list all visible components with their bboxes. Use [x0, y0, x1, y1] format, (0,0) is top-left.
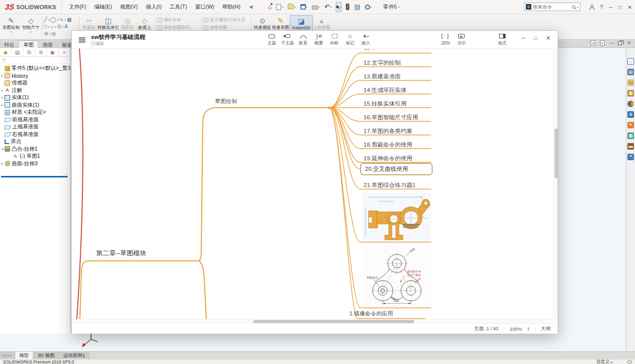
displaymanager-tab-icon[interactable]: ◉	[47, 48, 59, 56]
design-library-icon[interactable]: ▤	[627, 69, 634, 75]
menu-edit[interactable]: 编辑(E)	[95, 4, 112, 11]
next-document-icon[interactable]: ▸	[600, 40, 605, 46]
panel-overflow-icon[interactable]: »	[59, 48, 70, 56]
subtopic-button[interactable]: 子主题	[280, 32, 295, 47]
expand-icon[interactable]: ▸	[0, 162, 5, 166]
zen-button[interactable]: [ ]ZEN	[438, 32, 453, 47]
menu-tools[interactable]: 工具(T)	[169, 4, 187, 11]
menu-insert[interactable]: 插入(I)	[146, 4, 162, 11]
format-button[interactable]: 格式	[494, 32, 510, 47]
expand-icon[interactable]: ▸	[0, 74, 5, 78]
insert-button[interactable]: +▾插入	[358, 32, 374, 47]
dimxpert-tab-icon[interactable]: ⊕	[35, 48, 47, 56]
mirror-entities-button[interactable]: 镜向实体	[157, 17, 200, 23]
tab-motion-study[interactable]: 运动算例1	[59, 352, 89, 359]
configuration-tab-icon[interactable]: ⊞	[23, 48, 35, 56]
relationship-button[interactable]: 联系	[295, 32, 311, 47]
mindmap-item-11-partial[interactable]: 11.…	[364, 49, 377, 51]
user-account-icon[interactable]	[589, 5, 594, 10]
mindmap-item[interactable]: 18.剪裁命令的使用	[364, 141, 413, 149]
featuremanager-tab-icon[interactable]: ◆	[0, 48, 12, 56]
file-explorer-icon[interactable]: ▭	[627, 79, 634, 86]
minimize-icon[interactable]: ─	[609, 5, 612, 10]
chapter-topic[interactable]: 第二章--草图模块	[96, 249, 147, 258]
zoom-stepper-icon[interactable]: ▲▼	[527, 327, 530, 331]
topic-button[interactable]: 主题	[264, 32, 280, 47]
tree-item-annotations[interactable]: ▸A注解	[0, 87, 70, 95]
collapse-icon[interactable]: ▾	[0, 147, 5, 151]
mindmap-image-part-drawing[interactable]	[362, 193, 431, 242]
circle-icon[interactable]: ◯	[51, 17, 56, 22]
menu-view[interactable]: 视图(V)	[120, 4, 138, 11]
undo-button[interactable]: ↶▾	[324, 2, 332, 12]
tree-filter[interactable]: ▽	[0, 57, 70, 64]
line-icon[interactable]: ╱	[44, 17, 47, 22]
mindmap-item-bottom[interactable]: 1.镜像命令的应用	[349, 310, 393, 317]
doc-restore-icon[interactable]	[618, 41, 622, 45]
chat-icon[interactable]: ❝	[627, 154, 634, 160]
outline-button[interactable]: 大纲	[541, 326, 551, 332]
arc-icon[interactable]: ⌣	[51, 24, 54, 30]
pattern-icon[interactable]: ▦	[67, 17, 71, 22]
mindmap-item[interactable]: 14.生成等距实体	[364, 86, 406, 94]
tree-item-solid-bodies[interactable]: ▸实体(1)	[0, 94, 70, 102]
marker-button[interactable]: ☆标记	[342, 32, 358, 47]
mindmap-item[interactable]: 17.草图的各类约束	[364, 127, 413, 135]
tab-scroll-icons[interactable]: «‹›»	[0, 352, 15, 359]
save-button[interactable]: ▾	[300, 2, 308, 12]
tree-item-sketch1[interactable]: ✎(-) 草图1	[0, 153, 70, 160]
horizontal-scrollbar[interactable]	[72, 319, 554, 323]
view-palette-icon[interactable]: ▦	[627, 90, 634, 97]
tree-item-history[interactable]: ▸History	[0, 72, 70, 80]
custom-properties-icon[interactable]: ≣	[627, 111, 634, 118]
sketch-button[interactable]: ✎ 草图绘制▾	[1, 15, 21, 39]
boundary-button[interactable]: 外框	[327, 32, 342, 47]
forum-icon[interactable]: ✎	[627, 122, 634, 128]
stoplight-button[interactable]	[345, 2, 350, 12]
menu-file[interactable]: 文件(F)	[69, 4, 86, 11]
print-button[interactable]: ▾	[311, 2, 321, 12]
mindmap-item[interactable]: 15.转换实体引用	[364, 100, 406, 108]
search-caret-icon[interactable]: ▾	[577, 6, 578, 9]
new-document-button[interactable]: ▾	[276, 2, 284, 12]
home-button[interactable]: ⌂	[267, 2, 273, 12]
expand-icon[interactable]: ▸	[0, 96, 5, 100]
mindmap-canvas[interactable]: 草图绘制 第二章--草图模块 11.… 12.文字的绘制 13.新建基准面 14…	[72, 49, 554, 319]
menu-help[interactable]: 帮助(H)	[222, 4, 241, 11]
resources-home-icon[interactable]: ⌂	[627, 58, 634, 65]
display-delete-relations-button[interactable]: 显示/删除几何关系	[203, 17, 250, 23]
customize-label[interactable]: 自定义	[597, 359, 610, 364]
select-button[interactable]: ▾	[336, 2, 342, 12]
vertical-scrollbar-thumb[interactable]	[555, 128, 558, 178]
visibility-icon[interactable]	[627, 360, 632, 363]
document-title-caret-icon[interactable]: ▾	[398, 6, 400, 9]
tab-model[interactable]: 模型	[15, 352, 33, 359]
tree-item-sensors[interactable]: 传感器	[0, 79, 70, 87]
open-button[interactable]: ▾	[287, 2, 296, 12]
search-input[interactable]	[533, 4, 570, 10]
presentation-button[interactable]: ▶演示	[453, 32, 469, 47]
help-button[interactable]: ?	[600, 5, 603, 10]
tab-3d-views[interactable]: 3D 视图	[33, 352, 59, 359]
search-icon[interactable]	[572, 5, 575, 9]
tree-item-surface-bodies[interactable]: ▸曲面实体(1)	[0, 102, 70, 109]
options-button[interactable]: ▾	[365, 2, 373, 12]
prev-document-icon[interactable]: ◂	[591, 40, 595, 46]
summary-button[interactable]: }概要	[311, 32, 327, 47]
tree-root[interactable]: 零件5 (默认<<默认>_显示状态 1>	[0, 65, 70, 72]
tree-item-material[interactable]: 材质 <未指定>	[0, 109, 70, 116]
tree-item-front-plane[interactable]: 前视基准面	[0, 116, 70, 124]
mindmap-item-selected[interactable]: 20.交叉曲线使用	[360, 163, 432, 175]
command-search[interactable]: S ▾	[524, 3, 580, 11]
tree-item-surface-extrude[interactable]: ▸曲面-拉伸3	[0, 160, 70, 168]
toolbox-icon[interactable]: ▬	[627, 143, 634, 150]
rollback-bar[interactable]	[1, 176, 68, 177]
mindmap-item[interactable]: 19.延伸命令的使用	[364, 155, 413, 162]
doc-minimize-icon[interactable]: ─	[610, 40, 613, 46]
mindmap-image-plate-drawing[interactable]: 100 R40 R40 草图原点 虚线部分为 等边三角形 2-Ø25	[362, 246, 431, 307]
hamburger-menu-icon[interactable]	[79, 37, 85, 38]
expand-icon[interactable]: ▸	[0, 103, 5, 107]
branch-topic[interactable]: 草图绘制	[215, 98, 237, 105]
customize-caret-icon[interactable]: ▴	[611, 360, 612, 363]
smart-dimension-button[interactable]: ◇ 智能尺寸▾	[21, 15, 40, 39]
